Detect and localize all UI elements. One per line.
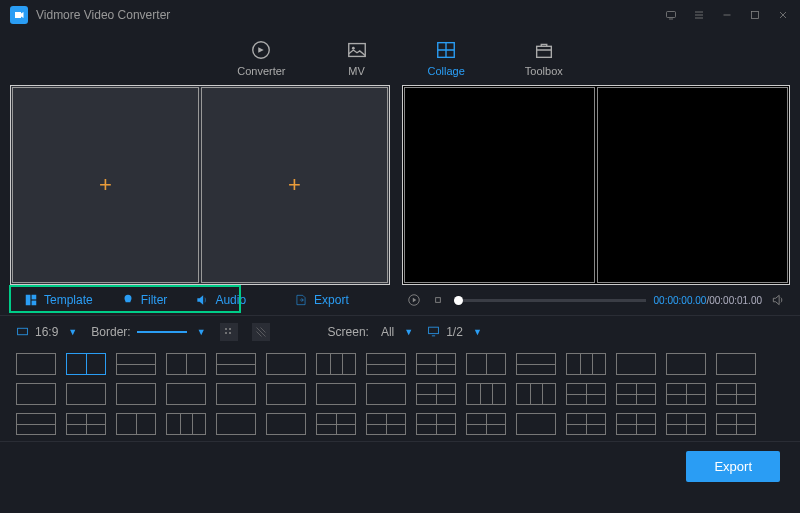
template-item[interactable] (566, 383, 606, 405)
template-item[interactable] (16, 353, 56, 375)
export-button[interactable]: Export (686, 451, 780, 482)
template-item[interactable] (216, 383, 256, 405)
template-item[interactable] (266, 383, 306, 405)
template-item[interactable] (16, 383, 56, 405)
subtab-filter[interactable]: Filter (107, 285, 182, 315)
template-item[interactable] (616, 353, 656, 375)
menu-icon[interactable] (692, 8, 706, 22)
maximize-icon[interactable] (748, 8, 762, 22)
play-button[interactable] (406, 292, 422, 308)
window-controls (664, 8, 790, 22)
template-item[interactable] (516, 383, 556, 405)
template-item[interactable] (66, 413, 106, 435)
template-item[interactable] (666, 413, 706, 435)
editor-sub-tabs: Template Filter Audio Export (10, 285, 390, 315)
template-item[interactable] (516, 353, 556, 375)
template-item[interactable] (116, 413, 156, 435)
template-item[interactable] (616, 383, 656, 405)
template-row (16, 413, 784, 435)
tab-mv-label: MV (348, 65, 365, 77)
template-item[interactable] (66, 383, 106, 405)
playback-bar: 00:00:00.00/00:00:01.00 (402, 285, 790, 315)
border-pattern-button[interactable] (252, 323, 270, 341)
template-item[interactable] (416, 353, 456, 375)
add-icon: + (99, 172, 112, 198)
page-selector[interactable]: 1/2 ▼ (427, 325, 482, 339)
template-item[interactable] (566, 353, 606, 375)
tab-toolbox-label: Toolbox (525, 65, 563, 77)
template-item[interactable] (316, 353, 356, 375)
options-bar: 16:9 ▼ Border: ▼ Screen: All ▼ 1/2 ▼ (0, 315, 800, 347)
template-item[interactable] (466, 353, 506, 375)
template-item[interactable] (166, 413, 206, 435)
subtab-export-label: Export (314, 293, 349, 307)
svg-rect-7 (26, 295, 31, 306)
template-item[interactable] (616, 413, 656, 435)
border-color-button[interactable] (220, 323, 238, 341)
template-item[interactable] (266, 413, 306, 435)
template-item[interactable] (16, 413, 56, 435)
template-item[interactable] (416, 383, 456, 405)
feedback-icon[interactable] (664, 8, 678, 22)
minimize-icon[interactable] (720, 8, 734, 22)
screen-label: Screen: (328, 325, 369, 339)
seek-track[interactable] (454, 299, 646, 302)
template-item[interactable] (216, 353, 256, 375)
monitor-icon (427, 325, 440, 338)
border-style-preview[interactable] (137, 331, 187, 333)
svg-rect-12 (18, 328, 28, 335)
template-item[interactable] (366, 383, 406, 405)
template-item[interactable] (366, 413, 406, 435)
tab-mv[interactable]: MV (346, 39, 368, 77)
aspect-ratio-selector[interactable]: 16:9 ▼ (16, 325, 77, 339)
svg-point-16 (229, 332, 231, 334)
template-item[interactable] (716, 353, 756, 375)
template-item[interactable] (366, 353, 406, 375)
svg-rect-0 (667, 12, 676, 18)
template-item[interactable] (716, 413, 756, 435)
border-label: Border: (91, 325, 130, 339)
template-item[interactable] (166, 353, 206, 375)
subtab-audio[interactable]: Audio (181, 285, 260, 315)
template-item[interactable] (666, 383, 706, 405)
subtab-template[interactable]: Template (10, 285, 107, 315)
tab-toolbox[interactable]: Toolbox (525, 39, 563, 77)
template-item[interactable] (416, 413, 456, 435)
canvas-slot-1[interactable]: + (12, 87, 199, 283)
aspect-value: 16:9 (35, 325, 58, 339)
preview-canvas (402, 85, 790, 285)
template-item[interactable] (716, 383, 756, 405)
template-row (16, 383, 784, 405)
template-item[interactable] (216, 413, 256, 435)
template-item[interactable] (116, 383, 156, 405)
seek-thumb[interactable] (454, 296, 463, 305)
subtab-export[interactable]: Export (280, 285, 363, 315)
tab-converter[interactable]: Converter (237, 39, 285, 77)
stop-button[interactable] (430, 292, 446, 308)
tab-collage[interactable]: Collage (428, 39, 465, 77)
screen-selector[interactable]: Screen: All ▼ (328, 325, 414, 339)
template-item[interactable] (166, 383, 206, 405)
template-item[interactable] (666, 353, 706, 375)
close-icon[interactable] (776, 8, 790, 22)
template-item[interactable] (466, 383, 506, 405)
volume-button[interactable] (770, 292, 786, 308)
template-item[interactable] (316, 413, 356, 435)
template-item[interactable] (566, 413, 606, 435)
svg-rect-8 (32, 295, 37, 300)
footer: Export (0, 441, 800, 491)
app-title: Vidmore Video Converter (36, 8, 170, 22)
subtab-audio-label: Audio (215, 293, 246, 307)
svg-point-13 (225, 328, 227, 330)
template-item[interactable] (66, 353, 106, 375)
collage-icon (435, 39, 457, 61)
template-item[interactable] (316, 383, 356, 405)
template-item[interactable] (116, 353, 156, 375)
template-item[interactable] (266, 353, 306, 375)
svg-point-15 (225, 332, 227, 334)
svg-rect-6 (536, 46, 551, 57)
svg-rect-1 (752, 12, 759, 19)
template-item[interactable] (466, 413, 506, 435)
canvas-slot-2[interactable]: + (201, 87, 388, 283)
template-item[interactable] (516, 413, 556, 435)
